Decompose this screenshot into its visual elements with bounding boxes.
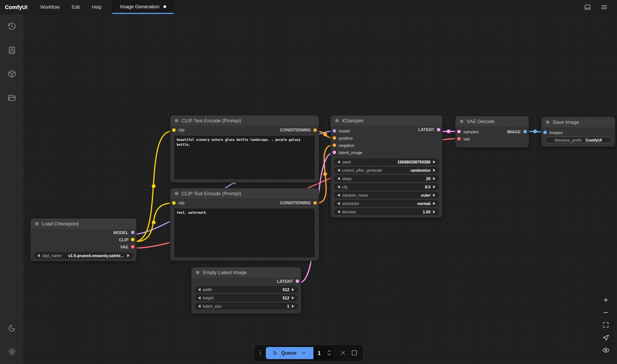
node-header[interactable]: VAE Decode	[455, 116, 529, 126]
workflow-tab-image-generation[interactable]: Image Generation	[112, 0, 174, 14]
port-dot-model[interactable]	[333, 129, 336, 133]
input-port-clip[interactable]: clip	[172, 128, 185, 132]
menu-workflow[interactable]: Workflow	[34, 0, 66, 14]
next-value-icon[interactable]	[433, 169, 435, 172]
prev-value-icon[interactable]	[37, 254, 40, 257]
widget-seed[interactable]: seed 156680208700286	[334, 159, 439, 165]
prev-value-icon[interactable]	[198, 288, 201, 291]
prev-value-icon[interactable]	[338, 202, 340, 205]
output-port-image[interactable]: IMAGE	[507, 130, 527, 134]
toggle-link-visibility-eye-icon[interactable]	[602, 346, 610, 355]
collapse-dot-icon[interactable]	[460, 120, 463, 123]
output-port-conditioning[interactable]: CONDITIONING	[280, 201, 317, 205]
collapse-dot-icon[interactable]	[175, 192, 178, 195]
port-dot-clip[interactable]	[172, 201, 176, 205]
app-logo[interactable]: ComfyUI	[0, 0, 34, 14]
port-dot-latent[interactable]	[333, 151, 336, 154]
widget-cfg[interactable]: cfg 8.0	[334, 184, 439, 190]
port-dot-vae[interactable]	[131, 245, 134, 248]
zoom-out-icon[interactable]	[602, 308, 610, 317]
next-value-icon[interactable]	[433, 202, 435, 205]
workflows-folder-icon[interactable]	[4, 90, 19, 105]
node-save-image[interactable]: Save Image images filename_prefix ComfyU…	[541, 117, 615, 147]
node-load-checkpoint[interactable]: Load Checkpoint MODEL CLIP VAE ckpt_name…	[30, 218, 137, 261]
prev-value-icon[interactable]	[338, 185, 340, 188]
decrement-icon[interactable]	[327, 353, 331, 356]
input-port-samples[interactable]: samples	[457, 130, 479, 134]
next-value-icon[interactable]	[433, 210, 435, 213]
node-header[interactable]: Empty Latent Image	[191, 267, 301, 278]
port-dot-image[interactable]	[523, 130, 527, 133]
fit-view-icon[interactable]	[602, 321, 610, 329]
node-header[interactable]: CLIP Text Encode (Prompt)	[170, 188, 319, 199]
input-port-positive[interactable]: positive	[333, 136, 353, 140]
prev-value-icon[interactable]	[198, 296, 201, 299]
widget-height[interactable]: height 512	[195, 295, 298, 301]
hamburger-menu-icon[interactable]	[600, 3, 608, 11]
node-clip-text-encode-negative[interactable]: CLIP Text Encode (Prompt) clip CONDITION…	[170, 188, 319, 261]
output-port-latent[interactable]: LATENT	[277, 279, 299, 284]
collapse-dot-icon[interactable]	[35, 222, 39, 225]
output-port-latent[interactable]: LATENT	[418, 127, 440, 132]
port-dot-conditioning[interactable]	[313, 128, 317, 132]
node-empty-latent-image[interactable]: Empty Latent Image LATENT width 512 heig…	[191, 267, 301, 314]
next-value-icon[interactable]	[127, 254, 130, 257]
node-header[interactable]: CLIP Text Encode (Prompt)	[170, 116, 319, 126]
prev-value-icon[interactable]	[338, 177, 340, 180]
model-library-icon[interactable]	[4, 66, 19, 81]
menu-edit[interactable]: Edit	[66, 0, 86, 14]
widget-sampler-name[interactable]: sampler_name euler	[334, 192, 439, 198]
next-value-icon[interactable]	[292, 305, 294, 308]
next-value-icon[interactable]	[433, 185, 435, 188]
collapse-dot-icon[interactable]	[546, 120, 549, 124]
input-port-model[interactable]: model	[333, 129, 350, 133]
queue-options-chevron-icon[interactable]	[301, 350, 306, 355]
prev-value-icon[interactable]	[338, 169, 340, 172]
prompt-textarea[interactable]: beautiful scenery nature glass bottle la…	[174, 135, 315, 180]
next-value-icon[interactable]	[292, 288, 294, 291]
input-port-latent-image[interactable]: latent_image	[333, 150, 362, 155]
node-clip-text-encode-positive[interactable]: CLIP Text Encode (Prompt) clip CONDITION…	[170, 115, 319, 183]
clear-queue-icon[interactable]	[340, 350, 346, 356]
collapse-dot-icon[interactable]	[335, 119, 339, 122]
port-dot-clip[interactable]	[172, 128, 176, 132]
input-port-vae[interactable]: vae	[457, 137, 470, 141]
node-vae-decode[interactable]: VAE Decode samples IMAGE vae	[455, 116, 529, 148]
drag-handle-icon[interactable]	[259, 350, 262, 356]
port-dot-conditioning[interactable]	[333, 143, 336, 147]
widget-scheduler[interactable]: scheduler normal	[334, 200, 439, 207]
node-graph-canvas[interactable]	[23, 14, 617, 364]
port-dot-conditioning[interactable]	[313, 201, 317, 205]
theme-toggle-moon-icon[interactable]	[4, 321, 19, 336]
increment-icon[interactable]	[327, 350, 331, 352]
node-header[interactable]: Load Checkpoint	[31, 219, 136, 229]
widget-denoise[interactable]: denoise 1.00	[334, 208, 439, 215]
next-value-icon[interactable]	[433, 194, 435, 197]
zoom-in-icon[interactable]	[602, 296, 610, 304]
widget-control-after-generate[interactable]: control_after_generate randomize	[334, 167, 439, 173]
port-dot-clip[interactable]	[131, 238, 134, 241]
prompt-textarea[interactable]: text, watermark	[174, 208, 315, 258]
node-library-icon[interactable]	[4, 43, 19, 58]
port-dot-model[interactable]	[131, 231, 134, 234]
port-dot-latent[interactable]	[457, 130, 461, 133]
input-port-clip[interactable]: clip	[172, 201, 185, 205]
node-ksampler[interactable]: KSampler model positive negative latent_…	[330, 115, 443, 218]
widget-batch-size[interactable]: batch_size 1	[195, 303, 298, 309]
queue-history-icon[interactable]	[4, 19, 19, 34]
widget-filename-prefix[interactable]: filename_prefix ComfyUI	[545, 137, 612, 143]
collapse-dot-icon[interactable]	[196, 271, 199, 274]
queue-button[interactable]: Queue	[266, 347, 313, 359]
input-port-images[interactable]: images	[543, 130, 563, 135]
settings-gear-icon[interactable]	[4, 344, 19, 359]
prev-value-icon[interactable]	[338, 194, 340, 197]
widget-width[interactable]: width 512	[195, 286, 298, 293]
port-dot-latent[interactable]	[437, 128, 440, 131]
output-port-vae[interactable]: VAE	[120, 245, 134, 249]
prev-value-icon[interactable]	[338, 160, 340, 163]
next-value-icon[interactable]	[292, 296, 294, 299]
collapse-dot-icon[interactable]	[175, 119, 178, 122]
prev-value-icon[interactable]	[198, 305, 201, 308]
port-dot-conditioning[interactable]	[333, 136, 336, 140]
widget-steps[interactable]: steps 20	[334, 175, 439, 182]
